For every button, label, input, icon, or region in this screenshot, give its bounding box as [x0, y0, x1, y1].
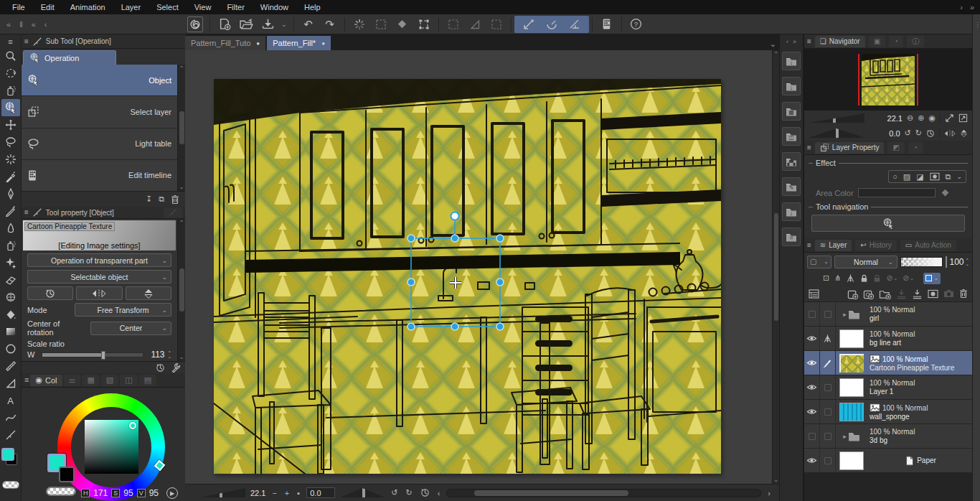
tab-approximate-color[interactable]: ▤: [139, 375, 156, 386]
canvas-vertical-scrollbar[interactable]: ⌃⌄: [772, 50, 779, 484]
tool-frame-border[interactable]: [1, 375, 20, 392]
layer-thumbnail[interactable]: [839, 403, 864, 421]
collapse-left-icon[interactable]: «: [6, 20, 11, 29]
doc-tab-inactive[interactable]: Pattern_Fill_Tuto●: [185, 36, 265, 50]
tab-layer[interactable]: ≋Layer: [815, 240, 852, 251]
help-icon[interactable]: [628, 17, 644, 32]
snap-grid-icon[interactable]: [567, 17, 583, 32]
layer-thumbnail[interactable]: [839, 451, 864, 470]
scale-rotate-icon[interactable]: [416, 17, 432, 32]
nav-rotate-left-icon[interactable]: ↺: [905, 129, 911, 137]
navigator-thumbnail[interactable]: [862, 54, 915, 106]
navigator-rotation-slider[interactable]: [809, 128, 864, 138]
material-folder-edit-icon[interactable]: ✎: [782, 177, 801, 196]
tool-ruler[interactable]: [1, 357, 20, 375]
timeline-palette-icon[interactable]: [599, 17, 615, 32]
folder-expand-icon[interactable]: ▸: [843, 433, 847, 440]
opacity-slider[interactable]: [900, 257, 943, 267]
new-folder-icon[interactable]: [879, 289, 891, 299]
scroll-left-icon[interactable]: ‹: [436, 489, 442, 497]
flip-horizontal-button[interactable]: [76, 286, 122, 300]
panel-menu-icon[interactable]: ≡: [807, 144, 811, 151]
panel-menu-icon[interactable]: ≡: [807, 242, 811, 249]
nav-flip-horizontal-icon[interactable]: [944, 130, 956, 137]
sv-cursor[interactable]: [129, 422, 136, 429]
material-folder-image-icon[interactable]: ▞▚: [782, 152, 801, 171]
subtool-tab-operation[interactable]: Operation: [23, 50, 116, 65]
visibility-eye-icon[interactable]: [806, 383, 817, 391]
menu-select[interactable]: Select: [149, 1, 187, 14]
folder-expand-icon[interactable]: ▸: [843, 311, 847, 318]
canvas-viewport[interactable]: [185, 50, 772, 484]
layer-list-view-icon[interactable]: [809, 289, 819, 299]
tab-color-set[interactable]: ▦: [82, 375, 99, 386]
tool-settings-icon[interactable]: [171, 362, 181, 373]
tool-brush[interactable]: [1, 220, 20, 237]
tool-rotate-canvas[interactable]: [1, 65, 20, 82]
nav-reset-rotation-icon[interactable]: [926, 129, 935, 138]
tool-line-correct[interactable]: [1, 409, 20, 426]
nav-flip-vertical-icon[interactable]: [960, 129, 968, 137]
canvas-artwork[interactable]: [214, 79, 721, 474]
deselect-icon[interactable]: [446, 17, 461, 32]
splitter-handle-icon[interactable]: ‖: [19, 20, 23, 29]
new-vector-layer-icon[interactable]: [863, 289, 874, 299]
dock-expand-icon[interactable]: ›: [960, 3, 963, 11]
subtool-item-light-table[interactable]: Light table: [22, 128, 177, 159]
selectable-object-dropdown[interactable]: Selectable object⌄: [27, 270, 171, 284]
mode-dropdown[interactable]: Free Transform⌄: [75, 303, 171, 317]
navigator-preview-area[interactable]: [804, 49, 972, 111]
reference-layer-icon[interactable]: ⋔: [834, 274, 841, 282]
delete-subtool-icon[interactable]: [171, 195, 179, 205]
tool-gradient[interactable]: [1, 323, 20, 340]
menu-view[interactable]: View: [187, 1, 220, 14]
menu-file[interactable]: File: [4, 1, 33, 14]
tool-navigation-button[interactable]: [811, 215, 965, 232]
tool-auto-select[interactable]: [1, 151, 20, 168]
tab-color-wheel[interactable]: ◉Col: [30, 375, 62, 386]
reset-rotation-icon[interactable]: [419, 488, 431, 497]
rotation-value-box[interactable]: 0.0: [306, 487, 335, 498]
tool-correct-line[interactable]: [1, 426, 20, 444]
material-collapse-icon[interactable]: ‹: [786, 38, 788, 45]
nav-zoom-out-icon[interactable]: ⊖: [907, 114, 913, 122]
panel-menu-icon[interactable]: ≡: [24, 376, 29, 384]
tool-move[interactable]: [1, 116, 20, 134]
effect-layer-color-icon[interactable]: ◪: [916, 173, 923, 181]
reset-tool-icon[interactable]: [156, 363, 165, 373]
layer-thumbnail[interactable]: [839, 329, 864, 348]
tool-move-layer[interactable]: [1, 82, 20, 99]
effect-more-icon[interactable]: ⌄: [956, 174, 962, 180]
material-folder-monochrome-icon[interactable]: ▦: [782, 102, 801, 121]
snap-special-ruler-icon[interactable]: [544, 17, 560, 32]
collapsed-dock-edge[interactable]: ⋮: [972, 14, 980, 501]
subtool-scrollbar[interactable]: ⌃⌄: [177, 65, 185, 191]
snap-ruler-icon[interactable]: [521, 17, 537, 32]
collapse-left2-icon[interactable]: «: [32, 20, 36, 29]
canvas-horizontal-scrollbar[interactable]: [446, 489, 761, 497]
menu-animation[interactable]: Animation: [62, 1, 113, 14]
open-file-icon[interactable]: [238, 17, 254, 32]
visibility-eye-icon[interactable]: [806, 334, 817, 342]
tab-auto-action[interactable]: ▭Auto Action: [900, 240, 956, 251]
transparent-part-dropdown[interactable]: Operation of transparent part⌄: [27, 253, 171, 267]
area-color-input[interactable]: [858, 188, 936, 197]
tool-eyedropper[interactable]: [1, 168, 20, 185]
invert-selection-icon[interactable]: [467, 17, 483, 32]
menu-filter[interactable]: Filter: [219, 1, 252, 14]
hue-ring[interactable]: [57, 393, 165, 501]
tab-history[interactable]: ↩History: [855, 240, 897, 251]
clip-below-icon[interactable]: ⊡: [823, 274, 829, 282]
tool-selection[interactable]: [1, 134, 20, 151]
visibility-toggle[interactable]: [809, 311, 816, 318]
menu-layer[interactable]: Layer: [113, 1, 149, 14]
subtool-item-select-layer[interactable]: Select layer: [22, 96, 177, 127]
tab-list-icon[interactable]: ⌄: [770, 39, 779, 50]
main-color-swatch[interactable]: [1, 448, 14, 461]
merge-down-icon[interactable]: [912, 289, 923, 299]
draft-layer-icon[interactable]: [846, 273, 855, 283]
tool-zoom[interactable]: [1, 47, 20, 65]
tool-figure[interactable]: [1, 340, 20, 357]
enable-mask-icon[interactable]: ⊘⌄: [886, 274, 897, 282]
tool-pen[interactable]: [1, 185, 20, 202]
